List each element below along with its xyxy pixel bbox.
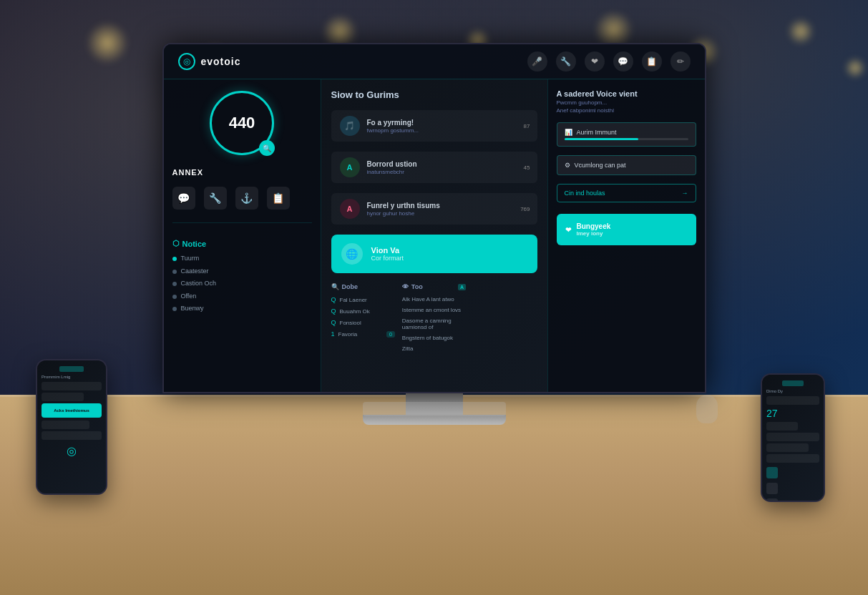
big-button-text: Bungyeek Imey iony	[577, 222, 611, 237]
right-field-2-button[interactable]: Cin ind houlas →	[557, 184, 696, 202]
left-section-label: Annex	[172, 168, 312, 177]
notice-dot-5	[172, 307, 177, 311]
header-icon-mic[interactable]: 🎤	[527, 51, 547, 72]
header-icon-heart[interactable]: ❤	[585, 51, 605, 72]
phone-left-item-1	[42, 382, 102, 390]
screen-header: ◎ evotoic 🎤 🔧 ❤ 💬 📋 ✏	[164, 44, 705, 79]
list-item-2-badge: 769	[520, 206, 530, 212]
screen-inner: ◎ evotoic 🎤 🔧 ❤ 💬 📋 ✏	[164, 44, 705, 392]
right-field-0-progress-bg	[565, 138, 688, 140]
left-icon-chat[interactable]: 💬	[172, 187, 195, 210]
notice-dot-1	[172, 257, 177, 261]
metric-circle-area: 440 🔍	[172, 91, 312, 155]
big-button-label: Bungyeek	[577, 222, 611, 230]
phone-right-icon-2	[766, 483, 778, 494]
phone-left-item-2	[42, 393, 84, 401]
list-item-2-title: Funrel y urthn tisums	[367, 202, 514, 210]
bottom-item-1-2: Q Fonsiool	[331, 319, 395, 326]
bottom-item-2-2: Dasome a camning uamionsd of	[402, 318, 466, 330]
list-item-0-badge: 87	[524, 123, 530, 129]
list-item-1-sub: inatunsmebchr	[367, 169, 517, 175]
bokeh-light-7	[787, 18, 814, 45]
right-field-0-progress-fill	[565, 138, 639, 140]
header-icon-gear[interactable]: 🔧	[556, 51, 576, 72]
selected-item-title: Vion Va	[371, 246, 404, 255]
list-item-2[interactable]: A Funrel y urthn tisums hynor guhur hosh…	[331, 193, 537, 225]
notice-item-1: Tuurm	[172, 254, 312, 263]
list-item-0[interactable]: 🎵 Fo a yyrming! fwrnopm gostumm... 87	[331, 110, 537, 142]
phone-left-btn-label: Acks Imethiomus	[54, 408, 89, 413]
notice-text-5: Buenwy	[181, 304, 204, 313]
desk-surface	[0, 395, 868, 595]
bokeh-light-1	[86, 21, 129, 64]
right-top-sub2: Anef cabponiml noisthl	[557, 107, 696, 114]
phone-left-bottom-icon: ◎	[42, 444, 102, 458]
left-icon-gear[interactable]: 🔧	[204, 187, 227, 210]
bottom-item-2-0-text: Alk Have A lant atwo	[402, 296, 454, 303]
big-button[interactable]: ❤ Bungyeek Imey iony	[557, 214, 696, 245]
phone-left-item-4	[42, 431, 102, 440]
bottom-item-2-3: Bngstem of batugok	[402, 335, 466, 341]
phone-right-item-1	[766, 396, 819, 405]
right-top-section: A sadered Voice vient Pwcmm guuhopm... A…	[557, 89, 696, 114]
left-panel: 440 🔍 Annex 💬 🔧 ⚓ 📋	[164, 79, 321, 392]
notice-text-1: Tuurm	[181, 254, 200, 263]
phone-right-item-2	[766, 422, 798, 431]
selected-item-sub: Cor formart	[371, 255, 404, 262]
notice-section: ⬡ Notice Tuurm Caatester	[172, 239, 312, 317]
header-icons: 🎤 🔧 ❤ 💬 📋 ✏	[527, 51, 691, 72]
bottom-item-2-4: Zitta	[402, 345, 466, 352]
bottom-col-1: 🔍 Dobe Q Fal Laener Q Buuahm Ok	[331, 283, 395, 353]
selected-item[interactable]: 🌐 Vion Va Cor formart	[331, 235, 537, 273]
right-panel: A sadered Voice vient Pwcmm guuhopm... A…	[547, 79, 705, 392]
list-item-1-content: Borrord ustion inatunsmebchr	[367, 160, 517, 175]
center-title: Siow to Gurims	[331, 89, 537, 100]
bottom-item-1-3: 1 Favoria 0	[331, 330, 395, 338]
header-icon-chat[interactable]: 💬	[613, 51, 633, 72]
right-top-sub1: Pwcmm guuhopm...	[557, 99, 696, 106]
notice-item-2: Caatester	[172, 267, 312, 276]
phone-right-item-5	[766, 454, 819, 463]
bottom-col-1-search-icon: 🔍	[331, 283, 339, 290]
bottom-item-1-3-badge: 0	[386, 331, 395, 338]
bottom-col-2-badge: A	[458, 284, 466, 290]
bottom-item-1-1-text: Buuahm Ok	[340, 308, 370, 315]
list-item-2-sub: hynor guhur hoshe	[367, 210, 514, 217]
header-icon-clipboard[interactable]: 📋	[642, 51, 662, 72]
phone-left-btn[interactable]: Acks Imethiomus	[42, 403, 102, 418]
right-field-2-label: Cin ind houlas	[565, 190, 605, 197]
notice-item-4: Offen	[172, 292, 312, 301]
right-field-1[interactable]: ⚙ Vcumlong can pat	[557, 155, 696, 175]
bottom-item-1-3-text: Favoria	[338, 331, 358, 338]
notice-item-3: Castion Och	[172, 279, 312, 288]
bottom-item-2-0: Alk Have A lant atwo	[402, 296, 466, 303]
list-item-0-title: Fo a yyrming!	[367, 119, 517, 127]
phone-left-title: Prommim Lmig	[42, 375, 102, 379]
notice-icon: ⬡	[172, 239, 180, 248]
list-item-0-content: Fo a yyrming! fwrnopm gostumm...	[367, 119, 517, 134]
right-top-title: A sadered Voice vient	[557, 89, 696, 98]
keyboard	[363, 402, 506, 416]
phone-right-icons	[766, 467, 819, 502]
right-field-1-icon: ⚙	[565, 162, 570, 169]
left-icon-anchor[interactable]: ⚓	[235, 187, 258, 210]
notice-title: ⬡ Notice	[172, 239, 312, 248]
list-item-1-icon: A	[340, 157, 360, 177]
bottom-item-1-1: Q Buuahm Ok	[331, 308, 395, 315]
bottom-col-1-title: 🔍 Dobe	[331, 283, 395, 290]
notice-dot-4	[172, 295, 177, 299]
bokeh-light-8	[844, 57, 866, 79]
notice-dot-2	[172, 270, 177, 274]
phone-right-icon-3	[766, 498, 778, 502]
phone-right-number: 27	[766, 408, 819, 419]
selected-item-icon: 🌐	[341, 243, 363, 265]
phone-right-screen: Dimo Dy 27	[762, 375, 824, 501]
list-item-1[interactable]: A Borrord ustion inatunsmebchr 45	[331, 152, 537, 183]
notice-text-2: Caatester	[181, 267, 209, 276]
right-field-0[interactable]: 📊 Aurim Immunt	[557, 122, 696, 147]
bottom-item-1-1-icon: Q	[331, 308, 336, 315]
bottom-item-1-2-text: Fonsiool	[340, 320, 361, 326]
left-icon-clipboard[interactable]: 📋	[267, 187, 290, 210]
header-icon-edit[interactable]: ✏	[670, 51, 691, 72]
notice-text-3: Castion Och	[181, 279, 217, 288]
